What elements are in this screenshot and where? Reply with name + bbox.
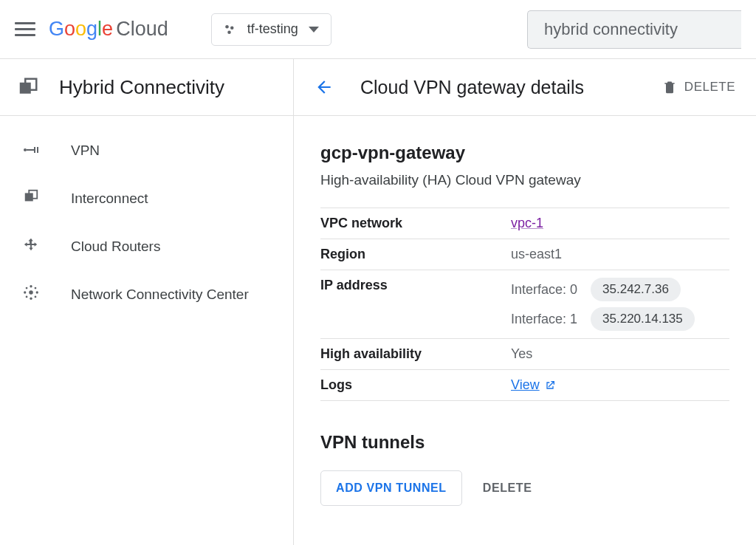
svg-point-18 bbox=[26, 296, 28, 298]
svg-point-5 bbox=[24, 148, 27, 151]
svg-point-17 bbox=[35, 287, 37, 289]
logo-cloud-text: Cloud bbox=[116, 18, 168, 41]
region-label: Region bbox=[320, 247, 511, 262]
hybrid-connectivity-icon bbox=[16, 75, 40, 99]
logs-link-text: View bbox=[511, 377, 540, 393]
sidebar-item-vpn[interactable]: VPN bbox=[0, 126, 293, 174]
svg-point-0 bbox=[225, 25, 229, 29]
top-bar: Google Cloud tf-testing hybrid connectiv… bbox=[0, 0, 756, 59]
svg-point-15 bbox=[36, 291, 38, 293]
body: Hybrid Connectivity VPN Interconnect Clo… bbox=[0, 59, 756, 545]
delete-tunnel-button[interactable]: DELETE bbox=[483, 481, 532, 495]
svg-point-19 bbox=[35, 296, 37, 298]
tunnel-actions: ADD VPN TUNNEL DELETE bbox=[320, 470, 729, 506]
logs-label: Logs bbox=[320, 377, 511, 393]
row-region: Region us-east1 bbox=[320, 239, 729, 270]
vpn-tunnels-heading: VPN tunnels bbox=[320, 432, 729, 453]
svg-point-12 bbox=[30, 285, 32, 287]
sidebar-header: Hybrid Connectivity bbox=[0, 59, 293, 116]
search-value: hybrid connectivity bbox=[544, 20, 678, 39]
external-link-icon bbox=[544, 380, 556, 391]
ip-chip: 35.242.7.36 bbox=[591, 278, 681, 301]
chevron-down-icon bbox=[309, 27, 319, 32]
detail-table: VPC network vpc-1 Region us-east1 IP add… bbox=[320, 208, 729, 401]
project-icon bbox=[224, 23, 237, 36]
ha-label: High availability bbox=[320, 346, 511, 362]
row-vpc: VPC network vpc-1 bbox=[320, 208, 729, 239]
vpc-link[interactable]: vpc-1 bbox=[511, 216, 543, 230]
side-nav: VPN Interconnect Cloud Routers Network C… bbox=[0, 116, 293, 318]
svg-point-11 bbox=[29, 290, 33, 295]
interface-label: Interface: 0 bbox=[511, 282, 577, 298]
ip-chip: 35.220.14.135 bbox=[591, 307, 695, 331]
sidebar-item-cloud-routers[interactable]: Cloud Routers bbox=[0, 222, 293, 270]
sidebar-item-label: Interconnect bbox=[71, 191, 148, 207]
add-vpn-tunnel-button[interactable]: ADD VPN TUNNEL bbox=[320, 470, 462, 506]
ha-value: Yes bbox=[511, 346, 729, 362]
project-name: tf-testing bbox=[247, 21, 298, 37]
project-picker[interactable]: tf-testing bbox=[211, 13, 331, 46]
interface-row: Interface: 1 35.220.14.135 bbox=[511, 307, 729, 331]
svg-point-2 bbox=[227, 30, 231, 34]
search-input[interactable]: hybrid connectivity bbox=[527, 10, 741, 49]
ncc-icon bbox=[22, 284, 40, 304]
delete-label: DELETE bbox=[684, 80, 735, 95]
svg-rect-6 bbox=[27, 149, 34, 151]
ip-label: IP address bbox=[320, 278, 511, 293]
menu-icon[interactable] bbox=[15, 19, 35, 40]
main: Cloud VPN gateway details DELETE gcp-vpn… bbox=[294, 59, 756, 545]
sidebar-title: Hybrid Connectivity bbox=[59, 76, 224, 99]
svg-point-16 bbox=[26, 287, 28, 289]
vpc-label: VPC network bbox=[320, 216, 511, 231]
svg-point-1 bbox=[230, 26, 234, 30]
main-header: Cloud VPN gateway details DELETE bbox=[294, 59, 756, 116]
delete-gateway-button[interactable]: DELETE bbox=[662, 80, 735, 95]
sidebar-item-interconnect[interactable]: Interconnect bbox=[0, 174, 293, 222]
trash-icon bbox=[662, 80, 677, 95]
content: gcp-vpn-gateway High-availability (HA) C… bbox=[294, 116, 756, 506]
cloud-routers-icon bbox=[22, 236, 40, 256]
gateway-description: High-availability (HA) Cloud VPN gateway bbox=[320, 172, 729, 188]
region-value: us-east1 bbox=[511, 247, 729, 262]
google-cloud-logo[interactable]: Google Cloud bbox=[49, 18, 168, 41]
svg-point-14 bbox=[24, 291, 26, 293]
sidebar: Hybrid Connectivity VPN Interconnect Clo… bbox=[0, 59, 294, 545]
sidebar-item-label: Network Connectivity Center bbox=[71, 287, 249, 303]
interface-label: Interface: 1 bbox=[511, 312, 577, 327]
logs-view-link[interactable]: View bbox=[511, 377, 556, 393]
svg-rect-8 bbox=[37, 147, 38, 153]
row-ha: High availability Yes bbox=[320, 339, 729, 370]
back-arrow-icon[interactable] bbox=[315, 78, 334, 97]
row-ip: IP address Interface: 0 35.242.7.36 Inte… bbox=[320, 270, 729, 339]
row-logs: Logs View bbox=[320, 370, 729, 401]
interface-row: Interface: 0 35.242.7.36 bbox=[511, 278, 729, 301]
gateway-name: gcp-vpn-gateway bbox=[320, 143, 729, 163]
interconnect-icon bbox=[22, 188, 40, 208]
page-title: Cloud VPN gateway details bbox=[360, 77, 584, 98]
sidebar-item-ncc[interactable]: Network Connectivity Center bbox=[0, 270, 293, 318]
sidebar-item-label: Cloud Routers bbox=[71, 239, 160, 255]
svg-rect-7 bbox=[34, 147, 35, 153]
vpn-icon bbox=[22, 143, 40, 159]
sidebar-item-label: VPN bbox=[71, 143, 100, 159]
svg-point-13 bbox=[30, 298, 32, 300]
